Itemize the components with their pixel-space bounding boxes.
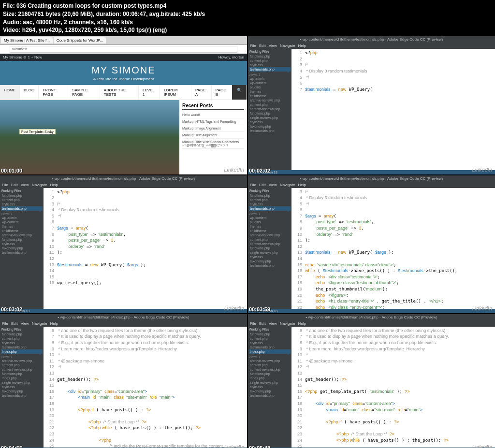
- sidebar-widget: Recent Posts Hello world! Markup: HTML T…: [179, 100, 247, 174]
- timestamp: 00:05:48: [249, 445, 270, 448]
- file-info-block: File: 036 Creating custom loops for cust…: [0, 0, 495, 36]
- watermark: LinkedIn: [224, 444, 244, 448]
- post-link[interactable]: Markup: Title With Special Characters ~`…: [182, 139, 244, 149]
- status-bar: Line 6, Column 18: [0, 309, 247, 313]
- site-hero: MY SIMONE A Test Site for Theme Developm…: [0, 61, 247, 85]
- watermark: LinkedIn: [224, 167, 244, 173]
- status-bar: Line 6, Column 18: [248, 170, 495, 174]
- nav-item[interactable]: LOREM IPSUM: [160, 85, 191, 100]
- file-item-active[interactable]: testimonials.php: [249, 206, 291, 211]
- file-item[interactable]: content.php: [249, 58, 291, 63]
- window-title: • wp-content/themes/childtheme/testimoni…: [248, 175, 495, 182]
- file-sidebar[interactable]: Working Files functions.php content.php …: [0, 327, 44, 448]
- file-item[interactable]: functions.php: [249, 54, 291, 58]
- address-bar[interactable]: localhost: [10, 46, 237, 53]
- watermark: LinkedIn: [224, 305, 244, 311]
- nav-item[interactable]: PAGE A: [191, 85, 212, 100]
- post-link[interactable]: Markup: HTML Tags and Formatting: [182, 118, 244, 125]
- watermark: LinkedIn: [472, 167, 492, 173]
- post-link[interactable]: Markup: Text Alignment: [182, 132, 244, 139]
- widget-title: Recent Posts: [182, 103, 244, 110]
- code-editor[interactable]: 6 * and one of the two required files fo…: [44, 327, 247, 448]
- file-item-active[interactable]: index.php: [249, 349, 291, 354]
- thumbnail-2: • wp-content/themes/childtheme/testimoni…: [248, 36, 495, 174]
- file-item-active[interactable]: index.php: [1, 349, 43, 354]
- post-link[interactable]: Markup: Image Alignment: [182, 125, 244, 132]
- tooltip: Post Template: Sticky: [19, 129, 56, 134]
- menu-bar[interactable]: FileEditViewNavigateHelp: [0, 182, 247, 188]
- file-sidebar[interactable]: Working Files functions.php content.php …: [0, 188, 44, 309]
- timestamp: 00:02:02: [249, 168, 270, 173]
- thumbnail-1: My Simone | A Test Site f... Code Snippe…: [0, 36, 247, 174]
- timestamp: 00:01:00: [1, 168, 22, 173]
- code-editor[interactable]: 1<?php 2 3/* 4 * Display 3 random testim…: [44, 188, 247, 309]
- window-title: • wp-content/themes/childtheme/testimoni…: [0, 175, 247, 182]
- timestamp: 00:03:02: [1, 306, 22, 312]
- menu-bar[interactable]: FileEditViewNavigateHelp: [0, 320, 247, 327]
- window-title: • wp-content/themes/childtheme/index.php…: [248, 314, 495, 320]
- nav-item[interactable]: PAGE B: [212, 85, 232, 100]
- code-editor[interactable]: 3/* 4 * Display 3 random testimonials 5 …: [291, 188, 495, 309]
- main-nav[interactable]: HOME BLOG FRONT PAGE SAMPLE PAGE ABOUT T…: [0, 85, 247, 100]
- file-item[interactable]: style.css: [249, 63, 291, 67]
- nav-item[interactable]: SAMPLE PAGE: [68, 85, 100, 100]
- wp-admin-bar[interactable]: My Simone ⊕ 1 + New Howdy, morten: [0, 54, 247, 61]
- site-title: MY SIMONE: [0, 65, 247, 76]
- post-link[interactable]: Hello world!: [182, 112, 244, 118]
- file-item-active[interactable]: testimonials.php: [1, 206, 43, 211]
- thumbnail-3: • wp-content/themes/childtheme/testimoni…: [0, 175, 247, 313]
- timestamp: 00:04:55: [1, 445, 22, 448]
- window-title: • wp-content/themes/childtheme/testimoni…: [248, 36, 495, 43]
- nav-item[interactable]: LEVEL 1: [139, 85, 160, 100]
- thumbnail-6: • wp-content/themes/childtheme/index.php…: [248, 314, 495, 448]
- timestamp: 00:03:59: [249, 306, 270, 312]
- menu-bar[interactable]: FileEditViewNavigateHelp: [248, 320, 495, 327]
- thumbnail-4: • wp-content/themes/childtheme/testimoni…: [248, 175, 495, 313]
- file-sidebar[interactable]: Working Files functions.php content.php …: [248, 188, 291, 309]
- file-sidebar[interactable]: Working Files functions.php content.php …: [248, 49, 291, 170]
- file-sidebar[interactable]: Working Files functions.php content.php …: [248, 327, 291, 448]
- status-bar: Line 6, Column 18: [248, 309, 495, 313]
- code-editor[interactable]: 6 * and one of the two required files fo…: [291, 327, 495, 448]
- nav-item[interactable]: BLOG: [20, 85, 39, 100]
- tab-2[interactable]: Code Snippets for WordP...: [54, 37, 106, 43]
- window-title: • wp-content/themes/childtheme/index.php…: [0, 314, 247, 320]
- watermark: LinkedIn: [472, 444, 492, 448]
- watermark: LinkedIn: [472, 305, 492, 311]
- browser-tabs[interactable]: My Simone | A Test Site f... Code Snippe…: [0, 36, 247, 45]
- tab-1[interactable]: My Simone | A Test Site f...: [1, 37, 53, 43]
- code-editor[interactable]: 1<?php 2 3/* 4 * Display 3 random testim…: [291, 49, 495, 170]
- nav-item[interactable]: ABOUT THE TESTS: [100, 85, 139, 100]
- menu-bar[interactable]: FileEditViewNavigateHelp: [248, 182, 495, 188]
- thumbnail-5: • wp-content/themes/childtheme/index.php…: [0, 314, 247, 448]
- file-item-active[interactable]: testimonials.php: [249, 67, 291, 72]
- featured-image: Post Template: Sticky: [0, 100, 179, 174]
- menu-bar[interactable]: FileEditViewNavigateHelp: [248, 43, 495, 49]
- site-tagline: A Test Site for Theme Development: [0, 77, 247, 81]
- nav-home[interactable]: HOME: [0, 85, 20, 100]
- nav-item[interactable]: FRONT PAGE: [39, 85, 68, 100]
- search-icon[interactable]: 🔍: [232, 85, 247, 100]
